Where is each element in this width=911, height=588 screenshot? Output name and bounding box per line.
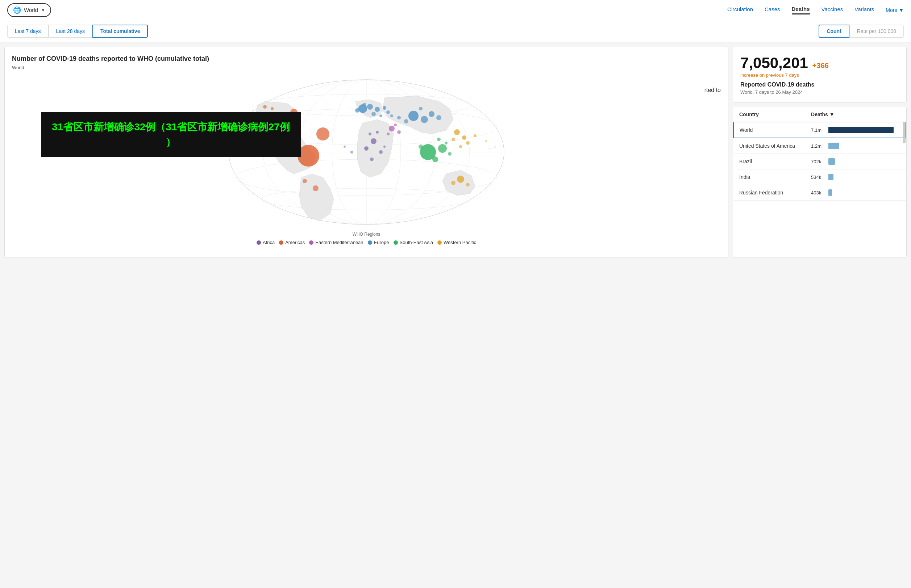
- bar-cell-usa: 1.2m: [811, 143, 900, 149]
- table-scroll[interactable]: Country Deaths ▼ World 7.1: [733, 107, 906, 200]
- wp-dot: [438, 241, 442, 245]
- bar-value-russia: 403k: [811, 190, 825, 195]
- nav-circulation[interactable]: Circulation: [727, 6, 753, 14]
- nav-variants[interactable]: Variants: [854, 6, 874, 14]
- svg-point-22: [355, 108, 360, 113]
- bar-usa: [828, 143, 839, 149]
- bar-value-world: 7.1m: [811, 128, 825, 133]
- overlay-line2: ）: [52, 135, 290, 150]
- tab-last28[interactable]: Last 28 days: [49, 24, 92, 38]
- table-row: Russian Federation 403k: [733, 185, 906, 200]
- svg-point-45: [379, 150, 383, 154]
- chart-subtitle: World: [12, 65, 721, 70]
- svg-point-34: [397, 116, 401, 120]
- svg-point-67: [489, 148, 490, 149]
- svg-point-56: [452, 137, 455, 141]
- globe-icon: 🌐: [13, 6, 21, 14]
- metric-rate[interactable]: Rate per 100 000: [849, 24, 904, 38]
- col-country: Country: [733, 107, 805, 122]
- svg-point-63: [344, 145, 346, 148]
- table-box: Country Deaths ▼ World 7.1: [733, 107, 907, 257]
- bar-value-usa: 1.2m: [811, 144, 825, 149]
- row-country-usa: United States of America: [733, 138, 805, 154]
- right-panel: 7,050,201 +366 increase on previous 7 da…: [733, 47, 907, 257]
- scrollbar-indicator: [903, 122, 906, 144]
- row-deaths-usa: 1.2m: [805, 138, 906, 154]
- svg-point-37: [438, 144, 447, 153]
- svg-point-51: [397, 130, 401, 134]
- bar-cell-russia: 403k: [811, 189, 900, 196]
- svg-point-26: [379, 115, 382, 117]
- col-deaths: Deaths ▼: [805, 107, 906, 122]
- sea-dot: [394, 241, 398, 245]
- svg-point-17: [263, 105, 267, 108]
- tab-total[interactable]: Total cumulative: [92, 24, 148, 38]
- stats-box: 7,050,201 +366 increase on previous 7 da…: [733, 47, 907, 102]
- world-selector[interactable]: 🌐 World ▼: [7, 3, 51, 17]
- overlay-line1: 31省区市新增确诊32例（31省区市新增确诊病例27例: [52, 120, 290, 135]
- table-row: Brazil 702k: [733, 154, 906, 170]
- bar-value-india: 534k: [811, 174, 825, 180]
- legend-americas-label: Americas: [285, 240, 305, 245]
- legend-sea-label: South-East Asia: [400, 240, 433, 245]
- bar-world: [828, 127, 893, 133]
- chevron-down-icon: ▼: [41, 8, 45, 13]
- svg-point-53: [394, 123, 397, 126]
- svg-point-48: [368, 132, 371, 136]
- bar-brazil: [828, 158, 835, 165]
- legend-africa-label: Africa: [263, 240, 275, 245]
- metric-count[interactable]: Count: [819, 24, 849, 38]
- svg-point-28: [408, 111, 418, 121]
- svg-point-60: [457, 176, 464, 183]
- nav-cases[interactable]: Cases: [765, 6, 780, 14]
- nav-more[interactable]: More ▼: [886, 7, 904, 13]
- table-row: United States of America 1.2m: [733, 138, 906, 154]
- svg-point-15: [313, 186, 319, 191]
- map-svg[interactable]: 31省区市新增确诊32例（31省区市新增确诊病例27例 ） rted to: [12, 76, 721, 228]
- bar-russia: [828, 189, 832, 196]
- svg-point-32: [404, 119, 408, 123]
- nav-deaths[interactable]: Deaths: [792, 6, 810, 15]
- svg-point-42: [445, 142, 447, 144]
- svg-point-55: [462, 136, 466, 140]
- legend-africa: Africa: [256, 240, 275, 245]
- map-container: 31省区市新增确诊32例（31省区市新增确诊病例27例 ） rted to: [12, 76, 721, 250]
- row-country-russia: Russian Federation: [733, 185, 805, 200]
- row-deaths-russia: 403k: [805, 185, 906, 200]
- legend-wp: Western Pacific: [438, 240, 476, 245]
- page-header: 🌐 World ▼ Circulation Cases Deaths Vacci…: [0, 0, 911, 20]
- legend-items: Africa Americas Eastern Mediterranean Eu…: [256, 240, 476, 245]
- bar-india: [828, 174, 833, 180]
- svg-point-41: [437, 137, 441, 141]
- row-country-world: World: [733, 122, 805, 138]
- metric-tabs: Count Rate per 100 000: [819, 24, 904, 38]
- svg-point-46: [370, 157, 374, 161]
- tab-last7[interactable]: Last 7 days: [7, 24, 49, 38]
- bar-cell-india: 534k: [811, 174, 900, 180]
- sort-icon[interactable]: ▼: [830, 111, 835, 117]
- nav-vaccines[interactable]: Vaccines: [822, 6, 843, 14]
- legend-europe-label: Europe: [374, 240, 389, 245]
- svg-point-24: [386, 110, 390, 114]
- row-deaths-india: 534k: [805, 170, 906, 185]
- svg-point-58: [473, 134, 477, 137]
- stats-increase: +366: [812, 61, 829, 70]
- bar-value-brazil: 702k: [811, 159, 825, 165]
- total-deaths-number: 7,050,201: [740, 54, 808, 72]
- table-row: World 7.1m: [733, 122, 906, 138]
- row-deaths-world: 7.1m: [805, 122, 906, 138]
- svg-point-31: [436, 115, 441, 120]
- legend-title: WHO Regions: [256, 232, 476, 237]
- legend-eastern-med: Eastern Mediterranean: [309, 240, 363, 245]
- table-header-row: Country Deaths ▼: [733, 107, 906, 122]
- svg-point-38: [432, 157, 438, 162]
- svg-point-40: [448, 152, 452, 156]
- stats-label: Reported COVID-19 deaths: [740, 81, 899, 88]
- overlay-banner: 31省区市新增确诊32例（31省区市新增确诊病例27例 ）: [41, 112, 301, 157]
- svg-point-27: [363, 103, 366, 106]
- svg-point-57: [466, 141, 470, 145]
- svg-point-39: [418, 144, 423, 149]
- svg-point-10: [298, 145, 319, 166]
- svg-point-30: [429, 111, 434, 117]
- svg-point-29: [421, 116, 428, 123]
